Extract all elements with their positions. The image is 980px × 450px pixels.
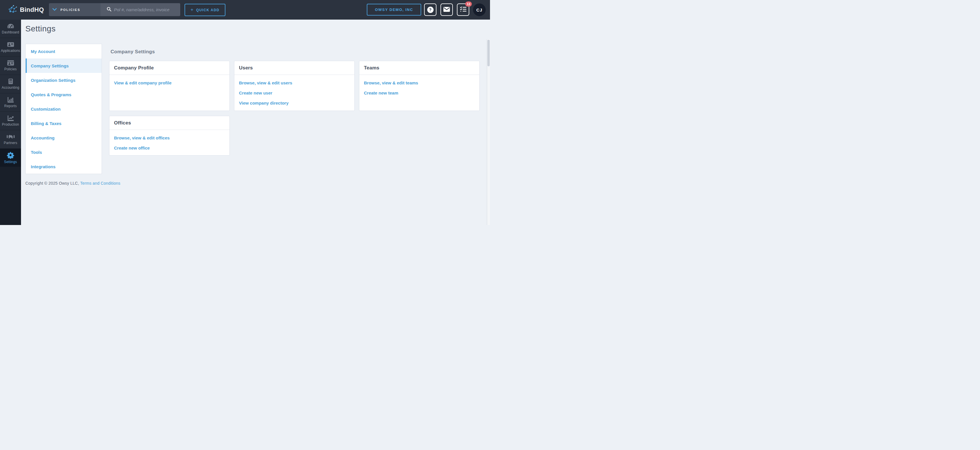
card-link-browse-view-edit-offices[interactable]: Browse, view & edit offices bbox=[114, 133, 225, 143]
card-title: Teams bbox=[359, 61, 479, 75]
sidebar-item-policies[interactable]: Policies bbox=[0, 56, 21, 75]
sidebar-item-label: Accounting bbox=[2, 86, 19, 89]
line-chart-icon bbox=[7, 115, 14, 121]
sidebar-item-dashboard[interactable]: Dashboard bbox=[0, 19, 21, 38]
gauge-icon bbox=[6, 23, 15, 29]
sidebar-item-label: Settings bbox=[4, 160, 17, 164]
global-search-bar: POLICIES bbox=[49, 3, 180, 16]
quick-add-button[interactable]: + QUICK ADD bbox=[185, 4, 226, 16]
sidebar-item-label: Production bbox=[2, 123, 19, 126]
footer: Copyright © 2025 Owsy LLC, Terms and Con… bbox=[25, 181, 120, 185]
search-scope-dropdown[interactable]: POLICIES bbox=[49, 3, 100, 16]
card-link-create-new-office[interactable]: Create new office bbox=[114, 143, 225, 153]
subnav-item-accounting[interactable]: Accounting bbox=[25, 131, 102, 145]
subnav-item-quotes-programs[interactable]: Quotes & Programs bbox=[25, 87, 102, 102]
quick-add-label: QUICK ADD bbox=[196, 8, 220, 12]
subnav-item-organization-settings[interactable]: Organization Settings bbox=[25, 73, 102, 87]
chevron-down-icon bbox=[52, 8, 57, 11]
terms-link[interactable]: Terms and Conditions bbox=[80, 181, 120, 185]
sidebar-item-label: Partners bbox=[4, 141, 17, 145]
subnav-item-customization[interactable]: Customization bbox=[25, 102, 102, 116]
sidebar-item-accounting[interactable]: Accounting bbox=[0, 75, 21, 93]
card-body: Browse, view & edit officesCreate new of… bbox=[110, 130, 229, 153]
card-link-create-new-user[interactable]: Create new user bbox=[239, 88, 350, 98]
gear-icon bbox=[7, 152, 14, 159]
sidebar-item-label: Dashboard bbox=[2, 30, 19, 34]
card-title: Users bbox=[234, 61, 355, 75]
sidebar-item-label: Reports bbox=[4, 104, 17, 108]
settings-subnav: My AccountCompany SettingsOrganization S… bbox=[25, 44, 102, 174]
subnav-item-integrations[interactable]: Integrations bbox=[25, 159, 102, 174]
copyright-text: Copyright © 2025 Owsy LLC, bbox=[25, 181, 80, 185]
sidebar: DashboardApplicationsPoliciesAccountingR… bbox=[0, 19, 21, 225]
help-button[interactable]: ? bbox=[424, 3, 436, 16]
sidebar-item-label: Policies bbox=[4, 67, 17, 71]
scrollbar-track[interactable] bbox=[487, 39, 490, 225]
id-card-icon bbox=[6, 41, 15, 48]
search-input[interactable] bbox=[114, 7, 180, 12]
subnav-item-company-settings[interactable]: Company Settings bbox=[25, 59, 102, 73]
cards-grid: Company ProfileView & edit company profi… bbox=[109, 61, 484, 156]
sidebar-item-production[interactable]: Production bbox=[0, 112, 21, 130]
messages-button[interactable] bbox=[441, 3, 453, 16]
search-icon bbox=[107, 6, 111, 13]
search-field-wrap bbox=[100, 3, 180, 16]
calculator-icon bbox=[7, 78, 14, 85]
brand-name: BindHQ bbox=[20, 6, 44, 14]
question-icon: ? bbox=[427, 6, 434, 13]
bar-chart-icon bbox=[7, 97, 14, 103]
scrollbar-thumb[interactable] bbox=[487, 40, 490, 66]
sidebar-item-reports[interactable]: Reports bbox=[0, 93, 21, 112]
card-company-profile: Company ProfileView & edit company profi… bbox=[109, 61, 230, 111]
card-users: UsersBrowse, view & edit usersCreate new… bbox=[234, 61, 355, 111]
checklist-icon bbox=[460, 6, 466, 13]
card-title: Company Profile bbox=[110, 61, 229, 75]
card-link-browse-view-edit-teams[interactable]: Browse, view & edit teams bbox=[364, 78, 475, 88]
app-logo[interactable]: BindHQ bbox=[8, 0, 44, 19]
card-link-browse-view-edit-users[interactable]: Browse, view & edit users bbox=[239, 78, 350, 88]
avatar[interactable]: CJ bbox=[473, 3, 486, 16]
main-content: Settings My AccountCompany SettingsOrgan… bbox=[21, 19, 490, 225]
plus-icon: + bbox=[191, 7, 194, 13]
subnav-item-my-account[interactable]: My Account bbox=[25, 44, 102, 59]
bindhq-logo-icon bbox=[8, 4, 18, 15]
subnav-item-tools[interactable]: Tools bbox=[25, 145, 102, 159]
card-link-create-new-team[interactable]: Create new team bbox=[364, 88, 475, 98]
card-link-view-company-directory[interactable]: View company directory bbox=[239, 98, 350, 108]
sidebar-item-applications[interactable]: Applications bbox=[0, 38, 21, 56]
topbar: BindHQ POLICIES + QUICK ADD OWSY DEMO, I… bbox=[0, 0, 490, 19]
card-title: Offices bbox=[110, 116, 229, 130]
company-selector-button[interactable]: OWSY DEMO, INC bbox=[367, 4, 421, 16]
sidebar-item-settings[interactable]: Settings bbox=[0, 148, 21, 167]
card-teams: TeamsBrowse, view & edit teamsCreate new… bbox=[359, 61, 480, 111]
card-body: View & edit company profile bbox=[110, 75, 229, 88]
handshake-icon bbox=[6, 134, 15, 140]
sidebar-item-label: Applications bbox=[1, 49, 20, 53]
card-body: Browse, view & edit usersCreate new user… bbox=[234, 75, 355, 108]
search-scope-label: POLICIES bbox=[60, 8, 80, 11]
card-body: Browse, view & edit teamsCreate new team bbox=[359, 75, 479, 98]
page-title: Settings bbox=[25, 24, 56, 34]
id-card2-icon bbox=[6, 60, 15, 66]
sidebar-item-partners[interactable]: Partners bbox=[0, 130, 21, 148]
subnav-item-billing-taxes[interactable]: Billing & Taxes bbox=[25, 116, 102, 131]
card-offices: OfficesBrowse, view & edit officesCreate… bbox=[109, 116, 230, 156]
envelope-icon bbox=[443, 7, 450, 13]
notification-badge: 13 bbox=[465, 2, 472, 6]
section-heading: Company Settings bbox=[111, 49, 155, 55]
card-link-view-edit-company-profile[interactable]: View & edit company profile bbox=[114, 78, 225, 88]
tasks-button[interactable]: 13 bbox=[457, 3, 469, 16]
